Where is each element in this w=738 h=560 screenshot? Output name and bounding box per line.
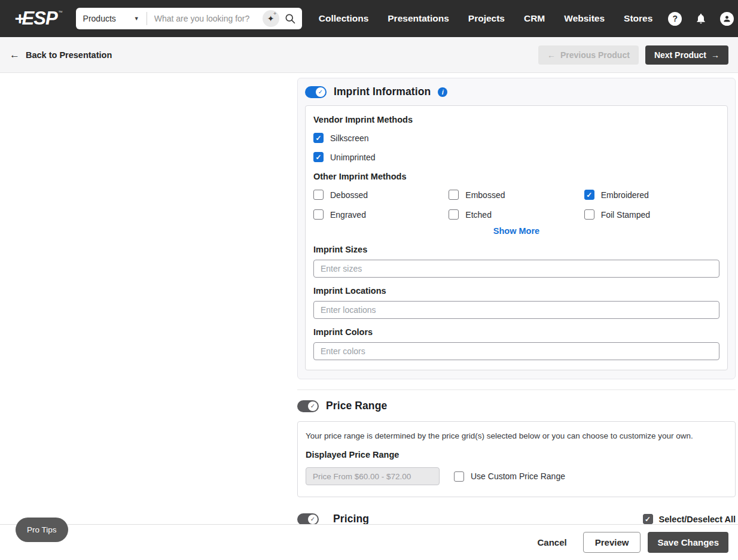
save-changes-button[interactable]: Save Changes [648, 532, 728, 553]
next-product-label: Next Product [654, 50, 706, 60]
product-toolbar: ← Back to Presentation ← Previous Produc… [0, 37, 738, 73]
edit-product-form: ✓ Imprint Information i Vendor Imprint M… [297, 73, 736, 560]
main-content: ✓ Imprint Information i Vendor Imprint M… [0, 73, 738, 560]
back-label: Back to Presentation [26, 50, 112, 60]
checkbox-unimprinted[interactable]: ✓ Unimprinted [313, 152, 719, 162]
logo-text: ESP [22, 8, 57, 29]
checkbox-embossed[interactable]: ✓ Embossed [449, 190, 584, 200]
vendor-imprint-methods-list: ✓ Silkscreen ✓ Unimprinted [313, 133, 719, 162]
show-more-wrap: Show More [313, 226, 719, 236]
cancel-button[interactable]: Cancel [538, 537, 567, 547]
imprint-section-header: ✓ Imprint Information i [305, 86, 728, 98]
help-glyph: ? [673, 14, 678, 23]
checkbox-label: Embossed [465, 190, 505, 200]
imprint-sizes-input[interactable] [313, 260, 719, 278]
search-category-dropdown[interactable]: Products ▼ [83, 14, 139, 23]
chevron-down-icon: ▼ [134, 16, 139, 22]
vendor-imprint-methods-label: Vendor Imprint Methods [313, 115, 413, 124]
arrow-right-icon: → [711, 50, 719, 60]
search-submit-button[interactable] [284, 13, 296, 25]
imprint-card: Vendor Imprint Methods ✓ Silkscreen ✓ Un… [305, 105, 728, 370]
checkbox-embroidered[interactable]: ✓ Embroidered [584, 190, 719, 200]
select-deselect-all-label: Select/Deselect All [659, 515, 736, 524]
person-icon [722, 14, 731, 23]
checkbox-label: Etched [465, 210, 492, 220]
primary-nav: Collections Presentations Projects CRM W… [319, 13, 653, 24]
checkbox-box: ✓ [313, 190, 324, 200]
search-bar: Products ▼ ✦ ✧ [76, 8, 302, 29]
profile-icon[interactable] [720, 12, 734, 26]
pricing-title: Pricing [333, 513, 369, 525]
price-range-section: ✓ Price Range Your price range is determ… [297, 400, 736, 497]
notifications-bell-icon[interactable] [695, 13, 707, 25]
info-icon[interactable]: i [438, 87, 447, 97]
logo-trademark: ™ [59, 10, 63, 14]
imprint-locations-input[interactable] [313, 301, 719, 319]
nav-link-crm[interactable]: CRM [524, 13, 545, 24]
imprint-toggle[interactable]: ✓ [305, 86, 327, 98]
nav-link-presentations[interactable]: Presentations [388, 13, 449, 24]
checkbox-engraved[interactable]: ✓ Engraved [313, 209, 449, 220]
help-icon[interactable]: ? [668, 12, 682, 26]
checkbox-label: Debossed [330, 190, 368, 200]
toggle-knob-check-icon: ✓ [308, 401, 318, 411]
checkbox-box: ✓ [584, 190, 594, 200]
price-range-header: ✓ Price Range [297, 400, 736, 412]
search-icon [284, 13, 296, 25]
arrow-left-icon: ← [10, 49, 20, 61]
imprint-sizes-group: Imprint Sizes [313, 245, 719, 278]
toggle-knob-check-icon: ✓ [316, 87, 325, 97]
sparkle-mini-glyph: ✧ [273, 11, 277, 16]
back-to-presentation-link[interactable]: ← Back to Presentation [10, 49, 112, 61]
pricing-header: ✓ Pricing ✓ Select/Deselect All [297, 513, 736, 525]
displayed-price-range-row: ✓ Use Custom Price Range [306, 467, 727, 485]
previous-product-label: Previous Product [560, 50, 630, 60]
checkbox-use-custom-price-range[interactable]: ✓ Use Custom Price Range [454, 471, 565, 482]
pricing-toggle[interactable]: ✓ [297, 513, 319, 525]
search-divider [147, 12, 147, 25]
show-more-link[interactable]: Show More [493, 226, 539, 236]
other-imprint-methods-grid: ✓ Debossed ✓ Embossed ✓ Embroidered ✓ En… [313, 190, 719, 220]
imprint-colors-group: Imprint Colors [313, 327, 719, 360]
imprint-sizes-label: Imprint Sizes [313, 245, 719, 254]
search-input[interactable] [154, 14, 263, 23]
select-deselect-all[interactable]: ✓ Select/Deselect All [643, 514, 736, 524]
checkbox-box: ✓ [643, 514, 653, 524]
checkbox-box: ✓ [449, 190, 459, 200]
ai-sparkle-icon[interactable]: ✦ ✧ [263, 10, 279, 27]
checkbox-label: Engraved [330, 210, 366, 220]
checkbox-label: Unimprinted [330, 153, 375, 162]
checkbox-etched[interactable]: ✓ Etched [449, 209, 584, 220]
action-footer: Cancel Preview Save Changes [0, 524, 738, 560]
imprint-colors-input[interactable] [313, 342, 719, 360]
arrow-left-icon: ← [547, 50, 556, 60]
nav-link-websites[interactable]: Websites [564, 13, 605, 24]
top-navbar: + ESP ™ Products ▼ ✦ ✧ Collections Prese… [0, 0, 738, 37]
checkbox-box: ✓ [449, 209, 459, 220]
checkbox-box: ✓ [313, 133, 324, 143]
checkbox-foil-stamped[interactable]: ✓ Foil Stamped [584, 209, 719, 220]
price-range-title: Price Range [326, 400, 387, 412]
checkbox-box: ✓ [313, 209, 324, 220]
search-category-value: Products [83, 14, 116, 23]
esp-logo[interactable]: + ESP ™ [14, 8, 63, 29]
checkbox-debossed[interactable]: ✓ Debossed [313, 190, 449, 200]
displayed-price-range-label: Displayed Price Range [306, 450, 399, 459]
nav-link-collections[interactable]: Collections [319, 13, 369, 24]
nav-link-stores[interactable]: Stores [624, 13, 652, 24]
price-range-toggle[interactable]: ✓ [297, 400, 319, 412]
checkbox-label: Embroidered [601, 190, 649, 200]
preview-button[interactable]: Preview [583, 532, 641, 553]
checkbox-label: Foil Stamped [601, 210, 650, 220]
imprint-locations-label: Imprint Locations [313, 286, 719, 296]
checkbox-box: ✓ [313, 152, 324, 162]
checkbox-label: Silkscreen [330, 133, 369, 143]
next-product-button[interactable]: Next Product → [645, 45, 728, 65]
checkbox-silkscreen[interactable]: ✓ Silkscreen [313, 133, 719, 143]
pro-tips-button[interactable]: Pro Tips [16, 518, 68, 542]
bell-icon [695, 13, 707, 25]
previous-product-button[interactable]: ← Previous Product [538, 45, 639, 65]
nav-link-projects[interactable]: Projects [468, 13, 505, 24]
imprint-colors-label: Imprint Colors [313, 327, 719, 337]
displayed-price-range-input [306, 467, 440, 485]
